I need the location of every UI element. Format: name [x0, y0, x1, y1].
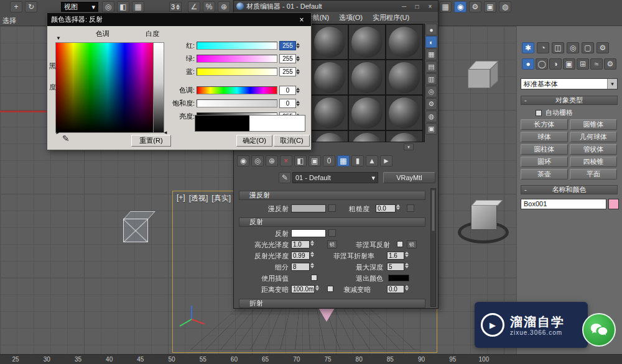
systems-category-icon[interactable]: ⚙: [604, 58, 616, 70]
material-map-navigator-icon[interactable]: ▣: [425, 123, 437, 135]
angle-snap-icon[interactable]: ∠: [188, 1, 200, 12]
roughness-spinner[interactable]: [396, 204, 400, 210]
keyboard-override-icon[interactable]: ▦: [132, 1, 144, 12]
material-name-dropdown[interactable]: 01 - Default ▾: [292, 172, 378, 183]
max-depth-field[interactable]: 5: [387, 263, 404, 271]
render-setup-icon[interactable]: ⚙: [469, 1, 481, 12]
sample-type-icon[interactable]: ●: [425, 24, 437, 35]
viewport-menu-view[interactable]: [透视]: [189, 193, 208, 204]
max-depth-spinner[interactable]: [405, 263, 409, 268]
motion-tab-icon[interactable]: ◎: [567, 42, 579, 53]
put-to-library-icon[interactable]: ▣: [309, 155, 321, 166]
fresnel-checkbox[interactable]: [397, 241, 403, 247]
material-sample-slot[interactable]: [311, 24, 348, 60]
material-sample-slot[interactable]: [386, 130, 423, 142]
channel-slider[interactable]: [197, 99, 277, 107]
diffuse-rollout-header[interactable]: 漫反射: [239, 191, 425, 200]
parameters-scrollbar[interactable]: [430, 188, 436, 307]
select-and-rotate-icon[interactable]: ↻: [25, 1, 37, 12]
space-warps-category-icon[interactable]: ≈: [590, 58, 603, 70]
object-type-button[interactable]: 长方体: [521, 119, 568, 130]
use-pivot-center-icon[interactable]: ◎: [102, 1, 114, 12]
dim-falloff-field[interactable]: 0.0: [387, 285, 404, 293]
refl-gloss-spinner[interactable]: [310, 252, 314, 257]
go-forward-to-sibling-icon[interactable]: ►: [380, 155, 392, 166]
menu-item[interactable]: 实用程序(U): [368, 12, 414, 22]
dim-falloff-spinner[interactable]: [405, 285, 409, 291]
roughness-map-button[interactable]: [407, 204, 414, 212]
material-sample-slot[interactable]: [311, 95, 348, 130]
display-tab-icon[interactable]: ▢: [582, 42, 594, 53]
ok-button[interactable]: 确定(O): [236, 135, 272, 147]
modify-tab-icon[interactable]: ◔: [537, 42, 549, 53]
utilities-tab-icon[interactable]: ⚙: [596, 42, 609, 53]
eyedropper-icon[interactable]: ✎: [62, 134, 70, 143]
track-bar[interactable]: 253035404550556065707580859095100: [0, 354, 622, 364]
viewport-layout-icon[interactable]: ▦: [439, 1, 452, 12]
geometry-category-icon[interactable]: ●: [522, 58, 534, 70]
object-type-rollout-header[interactable]: - 对象类型: [521, 96, 618, 105]
dim-distance-spinner[interactable]: [315, 285, 319, 291]
lights-category-icon[interactable]: ◑: [549, 58, 562, 70]
show-end-result-icon[interactable]: ▮: [351, 155, 364, 166]
snap-spinner[interactable]: [176, 4, 180, 10]
gloss-lock-button[interactable]: 锁: [327, 240, 337, 248]
percent-snap-icon[interactable]: %: [203, 1, 215, 12]
channel-slider[interactable]: [197, 55, 277, 63]
channel-spinner[interactable]: [296, 88, 300, 93]
render-production-icon[interactable]: ◍: [499, 1, 511, 12]
material-sample-slot[interactable]: [386, 95, 423, 130]
rendered-frame-icon[interactable]: ▣: [484, 1, 496, 12]
name-color-rollout-header[interactable]: - 名称和颜色: [521, 185, 618, 194]
shapes-category-icon[interactable]: ◯: [536, 58, 548, 70]
channel-value[interactable]: 255: [279, 67, 296, 76]
channel-spinner[interactable]: [296, 101, 300, 106]
object-type-button[interactable]: 圆环: [521, 157, 568, 167]
reset-button[interactable]: 重置(R): [131, 135, 171, 147]
slot-scroll-button[interactable]: ▾: [404, 143, 414, 150]
reference-coordinate-dropdown[interactable]: 视图 ▾: [61, 2, 98, 12]
viewport-menu-shading[interactable]: [真实]: [211, 193, 231, 204]
object-type-button[interactable]: 茶壶: [521, 169, 568, 180]
scrollbar-thumb[interactable]: [432, 190, 435, 231]
select-and-manipulate-icon[interactable]: ◧: [117, 1, 129, 12]
dim-distance-checkbox[interactable]: [327, 286, 333, 292]
make-material-copy-icon[interactable]: ◧: [294, 155, 307, 166]
pick-material-from-object-icon[interactable]: ✎: [279, 172, 291, 183]
video-color-check-icon[interactable]: ▥: [425, 73, 437, 85]
background-checker-icon[interactable]: ▦: [425, 48, 437, 60]
create-tab-icon[interactable]: ✱: [522, 42, 534, 53]
box001-object[interactable]: [471, 205, 497, 230]
object-type-button[interactable]: 四棱锥: [570, 157, 617, 167]
assign-material-to-selection-icon[interactable]: ⊕: [266, 155, 278, 166]
channel-value[interactable]: 0: [279, 99, 296, 108]
show-map-in-viewport-icon[interactable]: ▦: [337, 155, 350, 166]
make-preview-icon[interactable]: ◎: [425, 86, 437, 98]
fresnel-ior-spinner[interactable]: [405, 252, 409, 257]
channel-spinner[interactable]: [296, 56, 300, 61]
primitive-type-dropdown[interactable]: 标准基本体 ▾: [521, 78, 618, 89]
material-sample-slot[interactable]: [311, 130, 348, 142]
channel-value[interactable]: 0: [279, 86, 296, 95]
put-material-to-scene-icon[interactable]: ◎: [251, 155, 264, 166]
blackness-marker-left-icon[interactable]: ►: [55, 130, 60, 135]
viewcube-gizmo[interactable]: [468, 60, 505, 94]
use-interpolation-checkbox[interactable]: [311, 275, 317, 281]
material-sample-slot[interactable]: [386, 60, 423, 95]
object-name-input[interactable]: Box001: [521, 199, 606, 209]
snap-toggle[interactable]: 3: [169, 2, 182, 12]
refl-gloss-field[interactable]: 0.99: [291, 252, 310, 260]
material-sample-slot[interactable]: [348, 60, 386, 95]
minimize-icon[interactable]: ─: [399, 2, 409, 11]
viewport-menu-plus[interactable]: [+]: [177, 193, 185, 204]
backlight-icon[interactable]: ◐: [425, 36, 437, 48]
helpers-category-icon[interactable]: ⊞: [577, 58, 589, 70]
reset-map-icon[interactable]: ×: [280, 155, 292, 166]
fresnel-ior-field[interactable]: 1.6: [387, 252, 404, 260]
refraction-rollout-header[interactable]: 折射: [239, 299, 425, 308]
maximize-icon[interactable]: □: [412, 2, 422, 11]
options-icon[interactable]: ⚙: [425, 98, 437, 110]
hierarchy-tab-icon[interactable]: ◫: [552, 42, 564, 53]
material-type-button[interactable]: VRayMtl: [383, 172, 435, 183]
material-sample-slot[interactable]: [348, 130, 386, 142]
